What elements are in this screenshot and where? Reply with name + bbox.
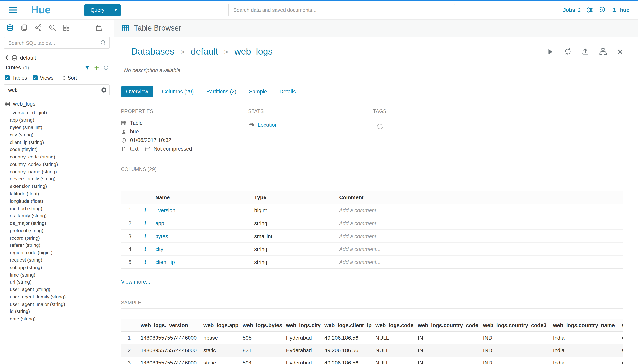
table-filter-input[interactable] — [4, 84, 110, 95]
tab-columns[interactable]: Columns (29) — [158, 86, 198, 97]
table-description[interactable]: No description available — [124, 68, 623, 73]
assist-column-item[interactable]: city (string) — [10, 131, 113, 139]
magnifier-icon[interactable] — [100, 40, 106, 46]
assist-column-item[interactable]: code (tinyint) — [10, 146, 113, 153]
assist-column-item[interactable]: bytes (smallint) — [10, 124, 113, 131]
column-name-link[interactable]: bytes — [152, 230, 251, 242]
info-icon[interactable]: i — [144, 246, 146, 252]
close-button[interactable] — [617, 48, 623, 55]
history-button[interactable] — [599, 7, 606, 13]
table-browser-icon — [122, 24, 130, 32]
hamburger-menu-button[interactable] — [9, 6, 18, 14]
assist-column-item[interactable]: client_ip (string) — [10, 138, 113, 146]
column-name-link[interactable]: _version_ — [152, 204, 251, 217]
assist-column-item[interactable]: method (string) — [10, 205, 113, 212]
refresh-table-button[interactable] — [564, 48, 571, 55]
column-name-link[interactable]: city — [152, 242, 251, 256]
clear-filter-icon[interactable] — [101, 87, 107, 93]
query-button[interactable]: Query — [84, 4, 111, 16]
upload-button[interactable] — [581, 48, 589, 55]
user-menu[interactable]: hue — [612, 7, 629, 13]
info-icon[interactable]: i — [144, 233, 146, 239]
assist-column-item[interactable]: os_family (string) — [10, 212, 113, 220]
tab-details[interactable]: Details — [276, 86, 300, 97]
assist-column-item[interactable]: country_code3 (string) — [10, 160, 113, 168]
query-table-button[interactable] — [546, 48, 554, 55]
column-row: 1 i _version_ bigint Add a comment... — [121, 204, 623, 217]
views-checkbox-label[interactable]: Views — [40, 75, 53, 81]
filter-tables-button[interactable] — [84, 65, 90, 70]
assist-s3-button[interactable] — [95, 24, 103, 32]
assist-column-item[interactable]: url (string) — [10, 278, 113, 286]
assist-column-item[interactable]: user_agent_major (string) — [10, 301, 113, 308]
assist-column-item[interactable]: region_code (bigint) — [10, 249, 113, 256]
search-plus-icon — [49, 24, 56, 32]
assist-column-item[interactable]: date (string) — [10, 315, 113, 323]
add-table-button[interactable] — [94, 65, 99, 70]
assist-column-item[interactable]: record (string) — [10, 234, 113, 242]
assist-column-item[interactable]: _version_ (bigint) — [10, 109, 113, 116]
assist-column-item[interactable]: app (string) — [10, 116, 113, 124]
column-name-link[interactable]: client_ip — [152, 256, 251, 268]
assist-column-item[interactable]: request (string) — [10, 256, 113, 264]
column-name-link[interactable]: app — [152, 217, 251, 230]
column-comment[interactable]: Add a comment... — [336, 217, 623, 230]
hue-logo[interactable]: Hue — [31, 4, 51, 16]
assist-column-item[interactable]: extension (string) — [10, 183, 113, 190]
assist-apps-button[interactable] — [63, 24, 70, 31]
column-comment[interactable]: Add a comment... — [336, 242, 623, 256]
assist-column-item[interactable]: protocol (string) — [10, 227, 113, 234]
username-label: hue — [620, 7, 629, 13]
column-row: 5 i client_ip string Add a comment... — [121, 256, 623, 268]
global-search-input[interactable] — [228, 4, 455, 16]
tables-checkbox[interactable]: ✓ — [5, 75, 10, 80]
tab-partitions[interactable]: Partitions (2) — [202, 86, 240, 97]
assist-search — [4, 37, 110, 49]
sample-table-container[interactable]: web_logs._version_ web_logs.app web_logs… — [121, 319, 623, 364]
sort-toggle[interactable]: Sort — [62, 75, 77, 81]
tables-checkbox-label[interactable]: Tables — [12, 75, 27, 81]
jobs-link[interactable]: Jobs 2 — [563, 7, 581, 13]
assist-column-item[interactable]: latitude (float) — [10, 190, 113, 198]
assist-column-item[interactable]: longitude (float) — [10, 198, 113, 205]
assist-column-item[interactable]: user_agent (string) — [10, 286, 113, 294]
assist-column-item[interactable]: country_name (string) — [10, 168, 113, 176]
assist-column-item[interactable]: id (string) — [10, 308, 113, 315]
breadcrumb-table[interactable]: web_logs — [235, 46, 273, 57]
table-browser-content[interactable]: Databases > default > web_logs — [114, 37, 638, 364]
lineage-button[interactable] — [599, 48, 606, 55]
sample-header-blank — [121, 319, 137, 332]
column-comment[interactable]: Add a comment... — [336, 204, 623, 217]
assist-column-item[interactable]: subapp (string) — [10, 264, 113, 271]
assist-documents-button[interactable] — [21, 24, 28, 32]
assist-search-input[interactable] — [4, 37, 110, 49]
column-comment[interactable]: Add a comment... — [336, 230, 623, 242]
column-row: 3 i bytes smallint Add a comment... — [121, 230, 623, 242]
views-checkbox[interactable]: ✓ — [32, 75, 38, 80]
settings-sliders-button[interactable] — [586, 7, 593, 13]
tab-overview[interactable]: Overview — [121, 86, 153, 97]
column-comment[interactable]: Add a comment... — [336, 256, 623, 268]
breadcrumb-databases[interactable]: Databases — [131, 46, 174, 57]
info-icon[interactable]: i — [144, 207, 146, 213]
refresh-tables-button[interactable] — [103, 65, 109, 70]
assist-table-web-logs[interactable]: web_logs — [0, 98, 113, 108]
assist-column-item[interactable]: referer (string) — [10, 242, 113, 249]
info-icon[interactable]: i — [144, 259, 146, 265]
assist-databases-button[interactable] — [6, 24, 14, 32]
query-dropdown-button[interactable]: ▾ — [111, 4, 121, 16]
sort-label: Sort — [68, 75, 77, 81]
info-icon[interactable]: i — [144, 220, 146, 226]
tab-sample[interactable]: Sample — [245, 86, 271, 97]
assist-column-item[interactable]: country_code (string) — [10, 153, 113, 160]
view-more-link[interactable]: View more... — [121, 279, 150, 285]
assist-search-button[interactable] — [49, 24, 56, 32]
assist-column-item[interactable]: user_agent_family (string) — [10, 293, 113, 301]
assist-column-item[interactable]: time (string) — [10, 271, 113, 278]
assist-database-breadcrumb[interactable]: default — [0, 52, 113, 63]
location-link[interactable]: Location — [258, 122, 278, 128]
assist-column-item[interactable]: device_family (string) — [10, 175, 113, 183]
assist-cluster-button[interactable] — [35, 24, 42, 32]
breadcrumb-database[interactable]: default — [191, 46, 218, 57]
assist-column-item[interactable]: os_major (string) — [10, 220, 113, 227]
